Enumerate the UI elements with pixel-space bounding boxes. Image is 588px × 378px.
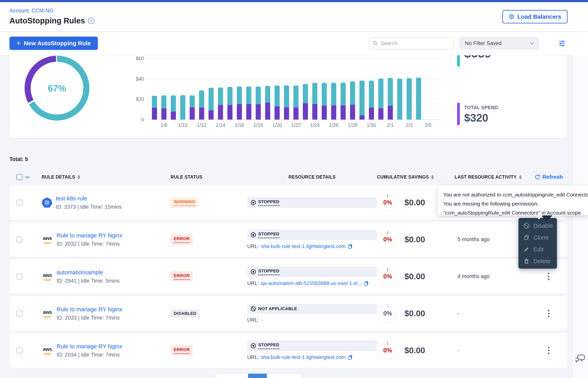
x-axis-label: 1/30 (367, 122, 376, 128)
row-checkbox[interactable] (16, 348, 22, 353)
toolbar: + New AutoStopping Rule No Filter Saved (0, 32, 588, 55)
bar-savings-segment (237, 87, 242, 104)
context-menu-item-delete[interactable]: Delete (518, 255, 557, 267)
bulk-actions-chevron-icon[interactable] (25, 174, 29, 178)
resource-state-badge[interactable]: STOPPED (247, 340, 377, 351)
rule-status-badge[interactable]: ERROR (171, 345, 193, 356)
select-all-checkbox[interactable] (16, 174, 22, 180)
bar-savings-segment (312, 83, 317, 104)
context-menu-item-disable[interactable]: Disable (518, 220, 557, 232)
aws-smile-arrow (43, 315, 52, 317)
row-options-kebab-icon[interactable] (548, 273, 550, 274)
refresh-button[interactable]: Refresh (535, 174, 563, 180)
rule-status-badge[interactable]: DISABLED (171, 309, 200, 318)
bar-spend-segment (199, 108, 204, 120)
rule-status-badge[interactable]: WARNING (171, 197, 198, 208)
bar-spend-segment (312, 104, 317, 120)
total-savings-value: $659 (464, 55, 491, 67)
gauge-needle (387, 268, 388, 271)
copy-icon[interactable] (364, 281, 369, 286)
savings-gauge: 0% (379, 230, 397, 249)
x-axis-label: 1/14 (216, 122, 225, 128)
bar-savings-segment (180, 95, 185, 120)
bar-spend-segment (294, 108, 298, 120)
row-checkbox[interactable] (16, 200, 22, 205)
aws-wordmark: aws (43, 273, 52, 278)
aws-wordmark: aws (43, 236, 52, 241)
copy-icon[interactable] (347, 244, 353, 249)
gridline (148, 79, 439, 79)
bar-spend-segment (350, 105, 355, 120)
column-header-rule-status[interactable]: RULE STATUS (171, 175, 203, 180)
bar-savings-segment (397, 79, 402, 120)
column-header-cumulative-savings[interactable]: CUMULATIVE SAVINGS (377, 175, 434, 180)
row-checkbox[interactable] (16, 237, 22, 243)
page-header: Account: CCM-NG AutoStopping Rules i ⚙ L… (0, 2, 588, 32)
rule-status-badge[interactable]: ERROR (171, 271, 193, 282)
savings-legend-bar (457, 55, 460, 67)
copy-icon[interactable] (347, 355, 353, 360)
column-header-resource-details[interactable]: RESOURCE DETAILS (289, 175, 336, 180)
resource-url-link[interactable]: sha-bulk-rule-test-1.lightwingtest.com (261, 354, 345, 360)
help-chat-button[interactable] (575, 353, 586, 366)
load-balancers-button[interactable]: ⚙ Load Balancers (502, 10, 568, 23)
resource-url-link[interactable]: - (261, 317, 263, 323)
rule-name-link[interactable]: Rule to manage RY Nginx (57, 306, 122, 313)
rule-name-link[interactable]: automationsample (57, 269, 120, 276)
bar-spend-segment (265, 103, 270, 120)
tooltip-line-3: "ccm_autoStoppingRule_edit Connectors" i… (443, 208, 583, 217)
resource-state-badge[interactable]: STOPPED (247, 230, 377, 240)
x-axis-label: 1/10 (178, 122, 188, 128)
rule-status-badge[interactable]: ERROR (171, 234, 193, 245)
delete-icon (523, 258, 530, 265)
bar-spend-segment (227, 105, 232, 120)
new-autostopping-rule-button[interactable]: + New AutoStopping Rule (9, 37, 98, 50)
donut-ring: 67% (25, 56, 89, 121)
resource-url-link[interactable]: qa-automation-alb-515563988.us-east-1.el… (261, 280, 362, 286)
rule-meta: ID: 2033 | Idle Time: 7mins (57, 315, 122, 321)
url-label: URL: (247, 243, 259, 249)
aws-icon: aws (42, 310, 53, 317)
bar-spend-segment (208, 110, 214, 120)
bar-savings-segment (256, 87, 261, 104)
x-axis-label: 1/12 (197, 122, 206, 128)
rule-name-link[interactable]: Rule to manage RY Nginx (57, 232, 122, 239)
bar-savings-segment (265, 86, 270, 103)
sliders-icon (558, 39, 566, 48)
resource-state-badge[interactable]: NOT APPLICABLE (247, 304, 377, 314)
savings-amount: $0.00 (404, 272, 425, 281)
context-menu-item-edit[interactable]: Edit (518, 243, 557, 255)
url-label: URL: (247, 280, 259, 286)
bar-spend-segment (190, 107, 195, 120)
donut-percentage: 67% (48, 83, 66, 94)
search-box (369, 37, 454, 49)
context-menu-item-clone[interactable]: Clone (518, 232, 557, 243)
row-checkbox[interactable] (16, 274, 22, 280)
page-title: AutoStopping Rules (9, 16, 85, 25)
filter-panel-button[interactable] (558, 39, 566, 48)
search-input[interactable] (381, 40, 450, 46)
resource-state-badge[interactable]: STOPPED (247, 267, 377, 277)
row-options-kebab-icon[interactable] (548, 347, 550, 348)
rule-name-link[interactable]: test-k8s-rule (56, 195, 122, 202)
row-checkbox[interactable] (16, 310, 22, 316)
bar-spend-segment (359, 115, 365, 120)
context-menu-label: Delete (533, 258, 550, 265)
rule-name-link[interactable]: Rule to manage RY Nginx (57, 343, 122, 350)
column-header-last-resource-activity[interactable]: LAST RESOURCE ACTIVITY (455, 175, 522, 180)
permission-tooltip: You are not authorized to ccm_autostoppi… (438, 186, 588, 215)
pagination-active-page[interactable] (248, 374, 267, 378)
breadcrumb-account-link[interactable]: Account: CCM-NG (9, 8, 53, 14)
column-header-rule-details[interactable]: RULE DETAILS (42, 175, 80, 180)
row-options-kebab-icon[interactable] (548, 310, 550, 311)
url-label: URL: (247, 354, 259, 360)
resource-state-badge[interactable]: STOPPED (247, 197, 377, 208)
bar-spend-segment (256, 104, 261, 120)
sort-icon (519, 175, 522, 179)
context-menu-label: Disable (533, 222, 553, 229)
resource-url-link[interactable]: sha-bulk-rule-test-1.lightwingtest.com (261, 243, 345, 249)
info-icon[interactable]: i (88, 18, 94, 24)
stopped-icon (250, 343, 256, 349)
saved-filter-select[interactable]: No Filter Saved (460, 37, 539, 49)
rule-details-cell: Rule to manage RY Nginx ID: 2034 | Idle … (57, 343, 122, 358)
